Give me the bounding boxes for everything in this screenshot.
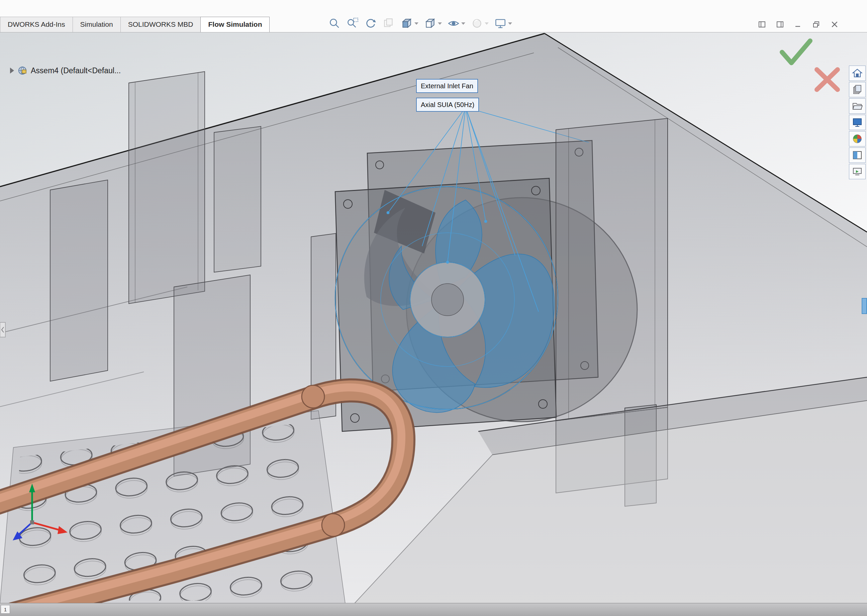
minimize-icon[interactable]	[794, 20, 802, 28]
zoom-to-fit-icon[interactable]	[327, 16, 342, 30]
fan-callout-title[interactable]: External Inlet Fan	[416, 79, 478, 93]
tab-solidworks-add-ins[interactable]: DWORKS Add-Ins	[0, 17, 73, 32]
fan-callout-subtitle[interactable]: Axial SUIA (50Hz)	[416, 97, 479, 112]
zoom-to-area-icon[interactable]	[345, 16, 360, 30]
restore-icon[interactable]	[812, 20, 820, 28]
screen-capture-icon	[852, 166, 863, 177]
pane-left-icon[interactable]	[758, 20, 766, 28]
graphics-area[interactable]: Assem4 (Default<Defaul...	[0, 32, 867, 603]
view-orientation-caret[interactable]	[438, 22, 442, 25]
open-project-button[interactable]	[849, 98, 865, 114]
assembly-icon	[17, 66, 27, 75]
home-icon	[852, 68, 863, 79]
view-orientation-icon[interactable]	[423, 16, 443, 30]
edit-appearance-caret[interactable]	[485, 22, 489, 25]
expand-arrow-icon[interactable]	[10, 68, 14, 74]
window-controls	[758, 20, 839, 29]
color-sphere-icon	[852, 134, 863, 144]
rotate-view-icon[interactable]	[363, 16, 378, 30]
capture-view-button[interactable]	[849, 164, 865, 179]
edit-appearance-icon[interactable]	[470, 16, 490, 30]
left-panel-handle[interactable]	[0, 322, 5, 337]
results-stack-button[interactable]	[849, 82, 865, 97]
view-settings-caret[interactable]	[508, 22, 512, 25]
ribbon-bar: DWORKS Add-Ins Simulation SOLIDWORKS MBD…	[0, 0, 867, 33]
ribbon-tabs: DWORKS Add-Ins Simulation SOLIDWORKS MBD…	[0, 17, 269, 32]
appearance-sphere-button[interactable]	[849, 131, 865, 146]
view-toolbar	[327, 16, 513, 31]
pane-right-icon[interactable]	[776, 20, 784, 28]
status-strip: 1	[0, 603, 867, 616]
section-view-icon[interactable]	[400, 16, 419, 30]
results-stack-icon	[852, 84, 863, 95]
view-side-toolbar	[849, 66, 865, 179]
home-button[interactable]	[849, 66, 865, 81]
tab-solidworks-mbd[interactable]: SOLIDWORKS MBD	[120, 17, 201, 32]
section-view-caret[interactable]	[414, 22, 419, 25]
plot-window-button[interactable]	[849, 148, 865, 163]
flow-trajectories-button[interactable]	[849, 115, 865, 130]
view-settings-icon[interactable]	[493, 16, 513, 30]
feature-tree-root[interactable]: Assem4 (Default<Defaul...	[10, 66, 121, 75]
model-scene	[0, 32, 867, 603]
split-view-icon	[852, 150, 863, 160]
previous-view-icon[interactable]	[381, 16, 396, 30]
tab-flow-simulation[interactable]: Flow Simulation	[200, 17, 270, 32]
flow-display-icon	[852, 117, 863, 128]
close-icon[interactable]	[830, 20, 839, 29]
right-panel-handle[interactable]	[862, 298, 867, 314]
scroll-corner-indicator[interactable]: 1	[1, 605, 10, 614]
feature-tree-label[interactable]: Assem4 (Default<Defaul...	[31, 66, 121, 75]
tab-simulation[interactable]: Simulation	[72, 17, 121, 32]
hide-show-items-icon[interactable]	[446, 16, 466, 30]
open-folder-icon	[852, 101, 863, 112]
solidworks-window: DWORKS Add-Ins Simulation SOLIDWORKS MBD…	[0, 0, 867, 616]
hide-show-caret[interactable]	[461, 22, 465, 25]
